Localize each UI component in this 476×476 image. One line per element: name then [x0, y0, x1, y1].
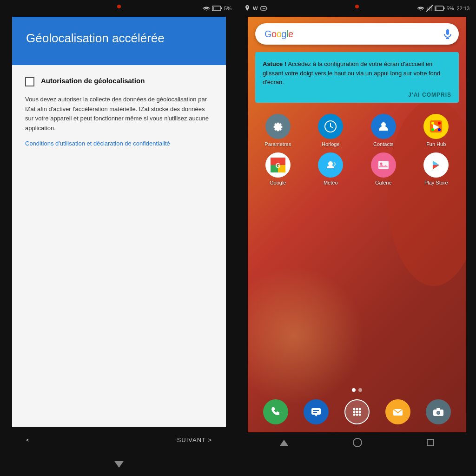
checkbox-row[interactable]: Autorisation de géolocalisation: [25, 76, 213, 86]
wifi-icon-right: [417, 5, 424, 12]
dock-row: [248, 396, 466, 430]
gallery-icon: [371, 152, 396, 178]
svg-point-46: [358, 411, 361, 413]
privacy-link[interactable]: Conditions d'utilisation et déclaration …: [25, 140, 170, 147]
svg-rect-54: [436, 408, 440, 410]
screen-right: Google Astuce ! Accédez à la configurati…: [248, 17, 466, 432]
next-button[interactable]: SUIVANT >: [177, 436, 212, 443]
svg-point-42: [356, 408, 358, 410]
app-row-1: Paramètres Horloge Contacts: [251, 114, 463, 147]
funhub-label: Fun Hub: [426, 141, 446, 147]
app-parametre[interactable]: Paramètres: [259, 114, 297, 147]
camera-dock-icon: [426, 399, 451, 424]
clock-label: Horloge: [322, 141, 340, 147]
svg-point-24: [438, 122, 441, 125]
tooltip-dismiss-button[interactable]: J'AI COMPRIS: [263, 92, 451, 98]
contacts-icon: [371, 114, 396, 139]
home-button-right[interactable]: [353, 438, 362, 447]
svg-text:G: G: [275, 162, 280, 169]
body-text: Vous devez autoriser la collecte des don…: [25, 95, 213, 133]
battery-text-left: 5%: [224, 6, 231, 11]
battery-icon-right: [435, 6, 445, 11]
geolocation-checkbox[interactable]: [25, 77, 34, 86]
screen-white-area: Autorisation de géolocalisation Vous dev…: [12, 65, 226, 427]
svg-point-45: [356, 411, 358, 413]
funhub-icon: ▶: [423, 114, 449, 139]
app-google[interactable]: G Google: [259, 152, 297, 185]
svg-point-48: [356, 414, 358, 416]
tooltip-body: Accédez à la configuration de votre écra…: [263, 60, 440, 86]
app-meteo[interactable]: Météo: [312, 152, 349, 185]
status-bar-right: W 5% 22:13: [238, 0, 476, 17]
page-indicators: [248, 388, 466, 392]
gallery-label: Galerie: [375, 180, 391, 185]
camera-indicator-right: [355, 5, 359, 8]
google-search-bar[interactable]: Google: [255, 23, 459, 45]
bottom-nav-left: < SUIVANT >: [12, 427, 226, 453]
w-icon: W: [253, 6, 258, 11]
phone-left: 5% Géolocalisation accélérée Autorisatio…: [0, 0, 238, 476]
status-icons-left: 5%: [203, 5, 231, 12]
contacts-label: Contacts: [373, 141, 393, 147]
tooltip-label: Astuce !: [263, 60, 286, 67]
app-horloge[interactable]: Horloge: [312, 114, 349, 147]
svg-point-31: [328, 161, 333, 166]
mic-icon[interactable]: [443, 29, 452, 39]
weather-label: Météo: [324, 180, 338, 185]
apps-grid-icon: [344, 399, 370, 424]
clock-icon: [318, 114, 343, 139]
svg-marker-36: [433, 165, 439, 169]
page-dot-1: [352, 388, 356, 392]
app-galerie[interactable]: Galerie: [365, 152, 402, 185]
svg-rect-38: [311, 408, 321, 415]
checkbox-label: Autorisation de géolocalisation: [41, 76, 145, 86]
tooltip-card: Astuce ! Accédez à la configuration de v…: [255, 52, 459, 103]
svg-rect-32: [378, 161, 389, 169]
wifi-icon: [203, 5, 210, 12]
phone-dock-icon: [263, 399, 288, 424]
home-triangle-left[interactable]: [114, 461, 124, 468]
game-icon: [260, 6, 267, 11]
svg-point-47: [353, 414, 355, 416]
svg-point-53: [437, 412, 440, 414]
svg-rect-14: [446, 29, 449, 35]
google-icon: G: [265, 152, 291, 178]
email-dock-icon: [385, 399, 410, 424]
app-row-2: G Google Météo: [251, 152, 463, 185]
geolocation-title: Géolocalisation accélérée: [26, 31, 212, 46]
screen-top-blue: Géolocalisation accélérée: [12, 17, 226, 65]
right-status-icons: 5% 22:13: [417, 5, 469, 12]
phone-bottom-bar-right: [238, 453, 476, 476]
svg-rect-12: [443, 7, 444, 9]
svg-point-26: [438, 128, 441, 131]
signal-off-icon: [426, 5, 433, 12]
camera-indicator-left: [117, 5, 121, 8]
battery-text-right: 5%: [447, 6, 454, 11]
svg-rect-1: [221, 7, 222, 9]
svg-rect-2: [213, 7, 214, 10]
svg-point-41: [353, 408, 355, 410]
dock-phone[interactable]: [257, 399, 294, 427]
back-button[interactable]: <: [26, 436, 30, 443]
svg-point-49: [358, 414, 361, 416]
settings-label: Paramètres: [264, 141, 291, 147]
left-status-icons: W: [245, 5, 267, 12]
playstore-icon: [423, 152, 449, 178]
dock-email[interactable]: [379, 399, 416, 427]
google-app-label: Google: [270, 180, 286, 185]
location-icon: [245, 5, 250, 12]
app-funhub[interactable]: ▶ Fun Hub: [417, 114, 455, 147]
svg-point-25: [431, 128, 434, 131]
google-logo: Google: [264, 29, 443, 40]
back-button-right[interactable]: [280, 440, 288, 446]
battery-icon: [212, 6, 222, 11]
app-playstore[interactable]: Play Store: [417, 152, 455, 185]
dock-camera[interactable]: [420, 399, 457, 427]
recents-button-right[interactable]: [427, 439, 434, 446]
dock-apps[interactable]: [338, 399, 376, 427]
svg-line-19: [331, 126, 333, 128]
settings-icon: [265, 114, 291, 139]
app-contacts[interactable]: Contacts: [365, 114, 402, 147]
svg-point-44: [353, 411, 355, 413]
dock-messages[interactable]: [298, 399, 335, 427]
